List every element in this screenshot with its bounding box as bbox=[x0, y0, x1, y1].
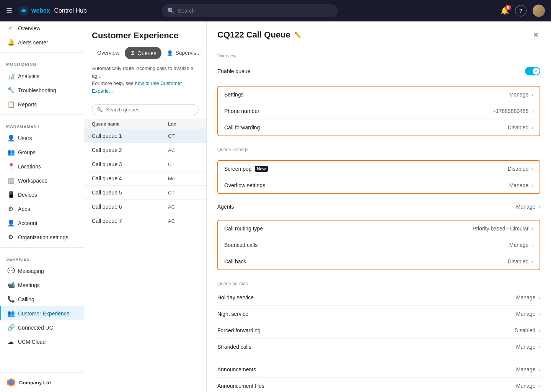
announcements-row[interactable]: Announcements Manage › bbox=[217, 361, 540, 378]
sidebar-item-customer-experience[interactable]: 👥 Customer Experience bbox=[0, 306, 84, 320]
screen-pop-row[interactable]: Screen pop New Disabled › bbox=[218, 161, 540, 177]
tab-supervisor[interactable]: 👤 Supervis... bbox=[161, 47, 206, 59]
queue-row-3[interactable]: Call queue 3 CT bbox=[84, 157, 206, 172]
queue-name-2: Call queue 2 bbox=[92, 147, 168, 153]
queue-list-header: Queue name Loc bbox=[84, 119, 206, 129]
stranded-calls-value: Manage › bbox=[516, 344, 540, 350]
reports-icon: 📋 bbox=[7, 101, 14, 108]
search-input[interactable] bbox=[178, 8, 333, 14]
sidebar-label-overview: Overview bbox=[18, 25, 40, 31]
queue-loc-7: AC bbox=[168, 218, 199, 224]
sidebar-item-devices[interactable]: 📱 Devices bbox=[0, 188, 84, 202]
sidebar-item-analytics[interactable]: 📊 Analytics bbox=[0, 69, 84, 83]
queue-row-4[interactable]: Call queue 4 Me bbox=[84, 172, 206, 186]
queue-loc-4: Me bbox=[168, 176, 199, 181]
menu-icon[interactable]: ☰ bbox=[6, 7, 12, 15]
notifications-button[interactable]: 🔔 6 bbox=[500, 7, 509, 15]
tab-supervisor-icon: 👤 bbox=[167, 50, 173, 56]
tab-overview[interactable]: Overview bbox=[92, 47, 125, 59]
phone-number-row[interactable]: Phone number +17889880488 › bbox=[218, 103, 540, 119]
panel-title: Customer Experience bbox=[92, 31, 199, 41]
forced-forwarding-row[interactable]: Forced forwarding Disabled › bbox=[217, 322, 540, 339]
call-forwarding-row[interactable]: Call forwarding Disabled › bbox=[218, 119, 540, 136]
call-routing-chevron: › bbox=[531, 225, 533, 232]
tab-queues[interactable]: 🗓 Queues bbox=[125, 47, 161, 59]
sidebar-item-users[interactable]: 👤 Users bbox=[0, 131, 84, 145]
sidebar-item-connected-uc[interactable]: 🔗 Connected UC bbox=[0, 320, 84, 335]
queue-search-input[interactable] bbox=[106, 107, 194, 113]
sidebar-label-alerts: Alerts center bbox=[18, 39, 48, 46]
detail-title: CQ122 Call Queue bbox=[217, 30, 290, 40]
agents-label: Agents bbox=[217, 204, 234, 210]
detail-title-row: CQ122 Call Queue ✏️ bbox=[217, 30, 302, 40]
queue-row-1[interactable]: Call queue 1 CT bbox=[84, 129, 206, 143]
bell-icon: 🔔 bbox=[7, 39, 14, 46]
toggle-check-icon: ✓ bbox=[535, 69, 538, 74]
sidebar-item-groups[interactable]: 👥 Groups bbox=[0, 145, 84, 159]
queue-row-6[interactable]: Call queue 6 AC bbox=[84, 200, 206, 214]
queue-row-7[interactable]: Call queue 7 AC bbox=[84, 214, 206, 228]
call-routing-type-row[interactable]: Call routing type Priority based - Circu… bbox=[218, 220, 540, 237]
sidebar-item-account[interactable]: 👤 Account bbox=[0, 216, 84, 230]
org-settings-icon: ⚙ bbox=[7, 234, 14, 241]
queue-search-box[interactable]: 🔍 bbox=[92, 104, 199, 115]
overflow-settings-row[interactable]: Overflow settings Manage › bbox=[218, 177, 540, 193]
tab-queues-label: Queues bbox=[137, 50, 156, 56]
sidebar-item-alerts[interactable]: 🔔 Alerts center bbox=[0, 35, 84, 49]
sidebar-item-workspaces[interactable]: 🏢 Workspaces bbox=[0, 173, 84, 188]
screen-pop-label: Screen pop New bbox=[224, 166, 268, 172]
night-service-row[interactable]: Night service Manage › bbox=[217, 306, 540, 322]
sidebar-item-calling[interactable]: 📞 Calling bbox=[0, 292, 84, 306]
sidebar-item-meetings[interactable]: 📹 Meetings bbox=[0, 278, 84, 292]
left-panel: Customer Experience Overview 🗓 Queues 👤 … bbox=[84, 21, 207, 392]
overflow-settings-label: Overflow settings bbox=[224, 182, 265, 188]
announcement-files-chevron: › bbox=[538, 383, 540, 389]
sidebar-label-ucm-cloud: UCM Cloud bbox=[18, 339, 46, 345]
help-button[interactable]: ? bbox=[515, 5, 527, 16]
logo-product-text: Control Hub bbox=[54, 7, 86, 14]
sidebar-label-users: Users bbox=[18, 135, 32, 141]
holiday-service-row[interactable]: Holiday service Manage › bbox=[217, 289, 540, 306]
settings-label: Settings bbox=[224, 91, 244, 98]
bounced-calls-row[interactable]: Bounced calls Manage › bbox=[218, 237, 540, 253]
detail-header: CQ122 Call Queue ✏️ ✕ bbox=[207, 21, 551, 47]
queue-search-icon: 🔍 bbox=[97, 107, 103, 113]
sidebar-divider-3 bbox=[0, 247, 84, 248]
sidebar-item-locations[interactable]: 📍 Locations bbox=[0, 159, 84, 173]
queue-search-container: 🔍 bbox=[84, 100, 206, 119]
forced-forwarding-value: Disabled › bbox=[515, 327, 540, 333]
settings-row[interactable]: Settings Manage › bbox=[218, 87, 540, 103]
queue-row-2[interactable]: Call queue 2 AC bbox=[84, 143, 206, 157]
sidebar-item-apps[interactable]: ⚙ Apps bbox=[0, 202, 84, 216]
overflow-settings-value: Manage › bbox=[509, 182, 533, 188]
sidebar-item-org-settings[interactable]: ⚙ Organization settings bbox=[0, 230, 84, 244]
announcement-files-row[interactable]: Announcement files Manage › bbox=[217, 378, 540, 392]
edit-icon[interactable]: ✏️ bbox=[294, 31, 302, 39]
queue-name-3: Call queue 3 bbox=[92, 161, 168, 167]
main-content: Customer Experience Overview 🗓 Queues 👤 … bbox=[84, 21, 551, 392]
sidebar-item-troubleshooting[interactable]: 🔧 Troubleshooting bbox=[0, 83, 84, 97]
call-forwarding-value: Disabled › bbox=[508, 124, 533, 131]
stranded-calls-row[interactable]: Stranded calls Manage › bbox=[217, 339, 540, 355]
management-label: MANAGEMENT bbox=[0, 118, 84, 131]
sidebar-item-reports[interactable]: 📋 Reports bbox=[0, 97, 84, 111]
top-navigation: ☰ webex Control Hub 🔍 🔔 6 ? bbox=[0, 0, 551, 21]
queue-row-5[interactable]: Call queue 5 CT bbox=[84, 186, 206, 200]
search-box[interactable]: 🔍 bbox=[162, 4, 338, 17]
call-back-value: Disabled › bbox=[508, 258, 533, 265]
sidebar-item-messaging[interactable]: 💬 Messaging bbox=[0, 264, 84, 278]
enable-queue-toggle[interactable]: ✓ bbox=[525, 67, 540, 75]
user-avatar[interactable] bbox=[533, 5, 545, 17]
help-link[interactable]: how to use Customer Experie... bbox=[92, 80, 182, 94]
close-button[interactable]: ✕ bbox=[531, 29, 540, 41]
sidebar-item-ucm-cloud[interactable]: ☁ UCM Cloud bbox=[0, 335, 84, 349]
queue-name-1: Call queue 1 bbox=[92, 133, 168, 139]
call-back-row[interactable]: Call back Disabled › bbox=[218, 253, 540, 270]
sidebar-item-overview[interactable]: ⌂ Overview bbox=[0, 21, 84, 35]
routing-section: Call routing type Priority based - Circu… bbox=[217, 220, 540, 270]
apps-icon: ⚙ bbox=[7, 205, 14, 212]
screen-pop-chevron: › bbox=[531, 166, 533, 172]
announcement-files-label: Announcement files bbox=[217, 383, 264, 389]
agents-row[interactable]: Agents Manage › bbox=[217, 199, 540, 215]
stranded-calls-chevron: › bbox=[538, 344, 540, 350]
